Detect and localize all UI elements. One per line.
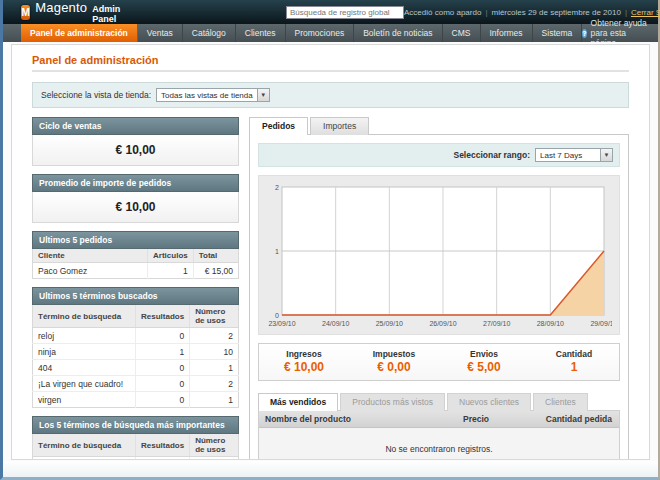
cell-term: reloj xyxy=(33,328,136,344)
tab-orders[interactable]: Pedidos xyxy=(249,117,308,135)
nav-item-dashboard[interactable]: Panel de administración xyxy=(21,24,138,42)
nav-item-sales[interactable]: Ventas xyxy=(138,24,183,42)
last-orders-title: Ultimos 5 pedidos xyxy=(32,231,239,249)
table-row[interactable]: ninja 1 10 xyxy=(33,344,239,360)
cell-uses: 1 xyxy=(190,392,239,408)
col-header-customer: Cliente xyxy=(33,249,148,263)
nav-item-reports[interactable]: Informes xyxy=(481,24,533,42)
lifetime-sales-value: € 10,00 xyxy=(32,135,239,166)
top-search-terms-box: Los 5 términos de búsqueda más important… xyxy=(32,416,239,460)
store-switcher-bar: Seleccione la vista de tienda: Todas las… xyxy=(32,82,629,108)
logo-brand-text: Magento xyxy=(35,0,87,15)
nav-item-catalog[interactable]: Catálogo xyxy=(183,24,236,42)
logo-suffix-text: Admin Panel xyxy=(92,4,126,24)
table-row[interactable]: ninja 1 10 xyxy=(33,457,239,461)
cell-items: 1 xyxy=(148,263,194,279)
average-orders-value: € 10,00 xyxy=(32,192,239,223)
bottom-tabs: Más vendidos Productos más vistos Nuevos… xyxy=(258,393,620,410)
col-header-total: Total xyxy=(193,249,238,263)
svg-text:26/09/10: 26/09/10 xyxy=(429,320,456,327)
table-row[interactable]: virgen 0 1 xyxy=(33,392,239,408)
svg-text:23/09/10: 23/09/10 xyxy=(268,320,295,327)
chevron-down-icon: ▼ xyxy=(600,149,612,161)
chevron-down-icon: ▼ xyxy=(257,89,269,101)
last-orders-box: Ultimos 5 pedidos Cliente Articulos Tota… xyxy=(32,231,239,279)
svg-text:25/09/10: 25/09/10 xyxy=(376,320,403,327)
chart-tabs: Pedidos Importes xyxy=(249,117,629,134)
orders-panel: Seleccionar rango: Last 7 Days ▼ 01223/0… xyxy=(249,134,629,460)
lifetime-sales-title: Ciclo de ventas xyxy=(32,117,239,135)
cell-term: ninja xyxy=(33,457,136,461)
svg-text:0: 0 xyxy=(275,312,279,319)
nav-item-cms[interactable]: CMS xyxy=(443,24,481,42)
cell-uses: 10 xyxy=(190,457,239,461)
range-label: Seleccionar rango: xyxy=(453,150,530,160)
last-search-terms-table: Término de búsqueda Resultados Número de… xyxy=(32,305,239,408)
cell-term: 404 xyxy=(33,360,136,376)
logout-link[interactable]: Cerrar Sesión xyxy=(631,8,660,17)
table-row[interactable]: ¡La virgen que cuadro! 0 2 xyxy=(33,376,239,392)
col-header-results: Resultados xyxy=(136,434,190,457)
magento-logo-icon: M xyxy=(21,5,30,20)
cell-results: 0 xyxy=(136,360,190,376)
global-search xyxy=(286,6,404,19)
total-revenue: Ingresos € 10,00 xyxy=(259,349,349,374)
nav-item-newsletter[interactable]: Boletín de noticias xyxy=(354,24,442,42)
svg-text:27/09/10: 27/09/10 xyxy=(483,320,510,327)
tab-amounts[interactable]: Importes xyxy=(310,117,369,135)
current-date: miércoles 29 de septiembre de 2010 xyxy=(491,8,620,17)
cell-results: 0 xyxy=(136,392,190,408)
help-link[interactable]: ? Obtener ayuda para esta página xyxy=(582,24,658,42)
col-header-product: Nombre del producto xyxy=(259,411,457,427)
logged-in-as: Accedió como apardo xyxy=(404,8,481,17)
session-info: Accedió como apardo | miércoles 29 de se… xyxy=(404,8,660,17)
grid-empty-message: No se encontraron registros. xyxy=(259,428,619,460)
dashboard-main: Pedidos Importes Seleccionar rango: Last… xyxy=(249,117,629,460)
cell-uses: 2 xyxy=(190,328,239,344)
total-shipping: Envios € 5,00 xyxy=(439,349,529,374)
magento-logo: M Magento Admin Panel xyxy=(21,0,126,24)
total-revenue-value: € 10,00 xyxy=(259,360,349,374)
chart-container: 01223/09/1024/09/1025/09/1026/09/1027/09… xyxy=(258,175,620,335)
table-row[interactable]: 404 0 1 xyxy=(33,360,239,376)
cell-uses: 1 xyxy=(190,360,239,376)
store-view-value: Todas las vistas de tienda xyxy=(157,91,257,100)
tab-customers[interactable]: Clientes xyxy=(533,393,588,411)
totals-bar: Ingresos € 10,00 Impuestos € 0,00 Envios… xyxy=(258,343,620,381)
range-select[interactable]: Last 7 Days ▼ xyxy=(535,148,613,162)
range-value: Last 7 Days xyxy=(536,151,600,160)
tab-new-customers[interactable]: Nuevos clientes xyxy=(447,393,531,411)
grid-header-row: Nombre del producto Precio Cantidad pedi… xyxy=(259,411,619,428)
cell-total: € 15,00 xyxy=(193,263,238,279)
tab-bestsellers[interactable]: Más vendidos xyxy=(258,393,338,411)
total-tax-value: € 0,00 xyxy=(349,360,439,374)
total-quantity: Cantidad 1 xyxy=(529,349,619,374)
total-tax: Impuestos € 0,00 xyxy=(349,349,439,374)
nav-item-system[interactable]: Sistema xyxy=(533,24,583,42)
orders-area-chart: 01223/09/1024/09/1025/09/1026/09/1027/09… xyxy=(266,181,612,331)
store-view-select[interactable]: Todas las vistas de tienda ▼ xyxy=(156,88,270,102)
col-header-uses: Número de usos xyxy=(190,434,239,457)
cell-results: 0 xyxy=(136,328,190,344)
top-search-terms-title: Los 5 términos de búsqueda más important… xyxy=(32,416,239,434)
total-shipping-label: Envios xyxy=(439,349,529,359)
last-search-terms-title: Ultimos 5 términos buscados xyxy=(32,287,239,305)
table-row[interactable]: reloj 0 2 xyxy=(33,328,239,344)
cell-results: 1 xyxy=(136,344,190,360)
cell-uses: 10 xyxy=(190,344,239,360)
cell-term: ¡La virgen que cuadro! xyxy=(33,376,136,392)
col-header-uses: Número de usos xyxy=(190,305,239,328)
bestsellers-grid: Nombre del producto Precio Cantidad pedi… xyxy=(258,410,620,460)
content-container: Panel de administración Seleccione la vi… xyxy=(11,44,650,460)
last-orders-table: Cliente Articulos Total Paco Gomez 1 € 1… xyxy=(32,249,239,279)
global-search-input[interactable] xyxy=(286,6,404,19)
cell-results: 1 xyxy=(136,457,190,461)
nav-item-promotions[interactable]: Promociones xyxy=(286,24,355,42)
cell-results: 0 xyxy=(136,376,190,392)
page-footer xyxy=(3,461,658,477)
tab-most-viewed[interactable]: Productos más vistos xyxy=(340,393,445,411)
table-row[interactable]: Paco Gomez 1 € 15,00 xyxy=(33,263,239,279)
dashboard-sidebar: Ciclo de ventas € 10,00 Promedio de impo… xyxy=(32,117,239,460)
nav-item-customers[interactable]: Clientes xyxy=(236,24,286,42)
col-header-qty: Cantidad pedida xyxy=(540,411,619,427)
